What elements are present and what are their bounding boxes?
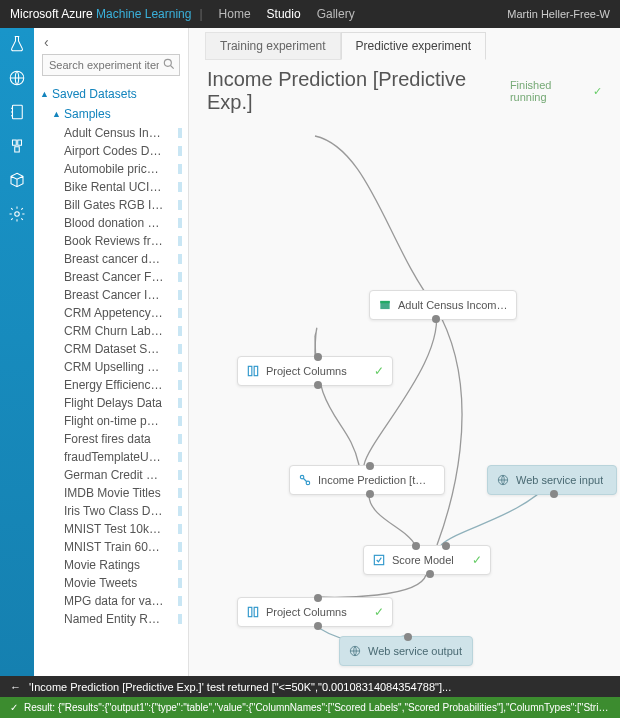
drag-handle-icon[interactable]: [178, 614, 182, 624]
drag-handle-icon[interactable]: [178, 128, 182, 138]
drag-handle-icon[interactable]: [178, 308, 182, 318]
drag-handle-icon[interactable]: [178, 218, 182, 228]
port-out[interactable]: [314, 622, 322, 630]
tree-item[interactable]: CRM Dataset Shared: [34, 340, 188, 358]
drag-handle-icon[interactable]: [178, 164, 182, 174]
drag-handle-icon[interactable]: [178, 272, 182, 282]
port-in-2[interactable]: [442, 542, 450, 550]
drag-handle-icon[interactable]: [178, 506, 182, 516]
nav-studio[interactable]: Studio: [267, 7, 301, 21]
dataset-tree[interactable]: ▲ Saved Datasets ▲ Samples Adult Census …: [34, 80, 188, 676]
search-input[interactable]: [42, 54, 180, 76]
tree-item[interactable]: Automobile price data (...: [34, 160, 188, 178]
rail-globe-icon[interactable]: [7, 68, 27, 88]
drag-handle-icon[interactable]: [178, 578, 182, 588]
nav-gallery[interactable]: Gallery: [317, 7, 355, 21]
drag-handle-icon[interactable]: [178, 200, 182, 210]
tree-item[interactable]: CRM Upselling Labels S...: [34, 358, 188, 376]
rail-notebook-icon[interactable]: [7, 102, 27, 122]
tree-item[interactable]: Breast Cancer Info: [34, 286, 188, 304]
port-out[interactable]: [426, 570, 434, 578]
drag-handle-icon[interactable]: [178, 488, 182, 498]
tree-item[interactable]: MPG data for various au...: [34, 592, 188, 610]
nav-home[interactable]: Home: [219, 7, 251, 21]
drag-handle-icon[interactable]: [178, 470, 182, 480]
status-back-icon[interactable]: ←: [10, 681, 21, 693]
port-out[interactable]: [432, 315, 440, 323]
caret-icon: ▲: [52, 109, 62, 119]
tree-item-label: CRM Appetency Labels ...: [64, 306, 164, 320]
tree-item[interactable]: CRM Appetency Labels ...: [34, 304, 188, 322]
tree-item[interactable]: Book Reviews from Am...: [34, 232, 188, 250]
node-project-columns-2[interactable]: Project Columns ✓: [237, 597, 393, 627]
tree-item[interactable]: German Credit Card UCI...: [34, 466, 188, 484]
icon-rail: [0, 28, 34, 676]
node-web-service-input[interactable]: Web service input: [487, 465, 617, 495]
tab-training[interactable]: Training experiment: [205, 32, 341, 60]
tree-samples[interactable]: ▲ Samples: [34, 104, 188, 124]
canvas[interactable]: Adult Census Income Binary... Project Co…: [189, 98, 620, 676]
drag-handle-icon[interactable]: [178, 326, 182, 336]
tree-item[interactable]: Flight Delays Data: [34, 394, 188, 412]
brand: Microsoft Azure Machine Learning: [10, 7, 191, 21]
drag-handle-icon[interactable]: [178, 146, 182, 156]
tree-item[interactable]: Energy Efficiency Regres...: [34, 376, 188, 394]
drag-handle-icon[interactable]: [178, 362, 182, 372]
tree-item[interactable]: Movie Tweets: [34, 574, 188, 592]
node-trained-model[interactable]: Income Prediction [trained ...: [289, 465, 445, 495]
drag-handle-icon[interactable]: [178, 560, 182, 570]
tree-item[interactable]: Airport Codes Dataset: [34, 142, 188, 160]
drag-handle-icon[interactable]: [178, 236, 182, 246]
drag-handle-icon[interactable]: [178, 596, 182, 606]
tree-item[interactable]: Bill Gates RGB Image: [34, 196, 188, 214]
tree-item[interactable]: MNIST Test 10k 28x28 d...: [34, 520, 188, 538]
sidebar-back-icon[interactable]: ‹: [42, 34, 180, 50]
tree-item[interactable]: Iris Two Class Data: [34, 502, 188, 520]
drag-handle-icon[interactable]: [178, 290, 182, 300]
tree-item[interactable]: Movie Ratings: [34, 556, 188, 574]
rail-gear-icon[interactable]: [7, 204, 27, 224]
tree-item[interactable]: Breast Cancer Features: [34, 268, 188, 286]
user-label[interactable]: Martin Heller-Free-W: [507, 8, 610, 20]
tree-item[interactable]: Adult Census Income Bi...: [34, 124, 188, 142]
tree-item[interactable]: Bike Rental UCI dataset: [34, 178, 188, 196]
tree-item[interactable]: CRM Churn Labels Shared: [34, 322, 188, 340]
tree-item[interactable]: IMDB Movie Titles: [34, 484, 188, 502]
tree-item[interactable]: Flight on-time performa...: [34, 412, 188, 430]
drag-handle-icon[interactable]: [178, 182, 182, 192]
node-dataset[interactable]: Adult Census Income Binary...: [369, 290, 517, 320]
drag-handle-icon[interactable]: [178, 434, 182, 444]
node-score-model[interactable]: Score Model ✓: [363, 545, 491, 575]
tab-predictive[interactable]: Predictive experiment: [341, 32, 486, 60]
tree-item[interactable]: fraudTemplateUtil.zip: [34, 448, 188, 466]
tree-item[interactable]: Blood donation data: [34, 214, 188, 232]
tree-item[interactable]: Named Entity Recogniti...: [34, 610, 188, 628]
port-in[interactable]: [366, 462, 374, 470]
rail-data-icon[interactable]: [7, 136, 27, 156]
tree-item[interactable]: Forest fires data: [34, 430, 188, 448]
drag-handle-icon[interactable]: [178, 542, 182, 552]
drag-handle-icon[interactable]: [178, 344, 182, 354]
port-in[interactable]: [404, 633, 412, 641]
tree-item[interactable]: MNIST Train 60k 28x28 ...: [34, 538, 188, 556]
drag-handle-icon[interactable]: [178, 416, 182, 426]
search-icon[interactable]: [162, 57, 176, 74]
port-out[interactable]: [366, 490, 374, 498]
drag-handle-icon[interactable]: [178, 524, 182, 534]
port-in-1[interactable]: [412, 542, 420, 550]
canvas-area[interactable]: Training experiment Predictive experimen…: [189, 28, 620, 676]
port-in[interactable]: [314, 594, 322, 602]
port-out[interactable]: [550, 490, 558, 498]
drag-handle-icon[interactable]: [178, 254, 182, 264]
drag-handle-icon[interactable]: [178, 452, 182, 462]
tree-item[interactable]: Breast cancer data: [34, 250, 188, 268]
tree-root[interactable]: ▲ Saved Datasets: [34, 84, 188, 104]
rail-cube-icon[interactable]: [7, 170, 27, 190]
rail-flask-icon[interactable]: [7, 34, 27, 54]
port-in[interactable]: [314, 353, 322, 361]
port-out[interactable]: [314, 381, 322, 389]
drag-handle-icon[interactable]: [178, 380, 182, 390]
node-project-columns-1[interactable]: Project Columns ✓: [237, 356, 393, 386]
drag-handle-icon[interactable]: [178, 398, 182, 408]
node-web-service-output[interactable]: Web service output: [339, 636, 473, 666]
